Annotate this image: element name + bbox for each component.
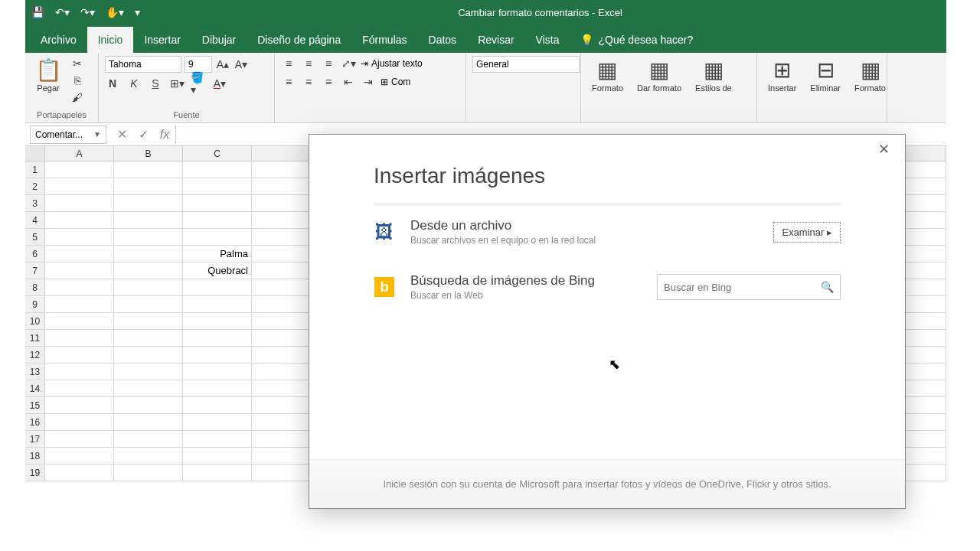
browse-button[interactable]: Examinar ▸	[773, 222, 841, 243]
from-file-title: Desde un archivo	[410, 218, 758, 233]
bing-search-box[interactable]: 🔍	[657, 274, 841, 300]
bing-option[interactable]: b Búsqueda de imágenes de Bing Buscar en…	[309, 259, 905, 315]
close-button[interactable]: ✕	[868, 138, 899, 161]
bing-icon: b	[374, 276, 395, 298]
insert-images-dialog: ✕ Insertar imágenes 🖼 Desde un archivo B…	[309, 134, 906, 509]
dialog-backdrop: ✕ Insertar imágenes 🖼 Desde un archivo B…	[0, 0, 980, 551]
from-file-option[interactable]: 🖼 Desde un archivo Buscar archivos en el…	[309, 204, 905, 259]
bing-sub: Buscar en la Web	[410, 290, 642, 301]
search-icon[interactable]: 🔍	[821, 281, 834, 293]
bing-search-input[interactable]	[664, 282, 821, 293]
dialog-footer: Inicie sesión con su cuenta de Microsoft…	[309, 459, 905, 508]
from-file-icon: 🖼	[374, 221, 395, 243]
close-icon: ✕	[878, 141, 890, 158]
bing-title: Búsqueda de imágenes de Bing	[410, 273, 642, 289]
dialog-title: Insertar imágenes	[309, 135, 905, 204]
from-file-sub: Buscar archivos en el equipo o en la red…	[410, 235, 758, 246]
